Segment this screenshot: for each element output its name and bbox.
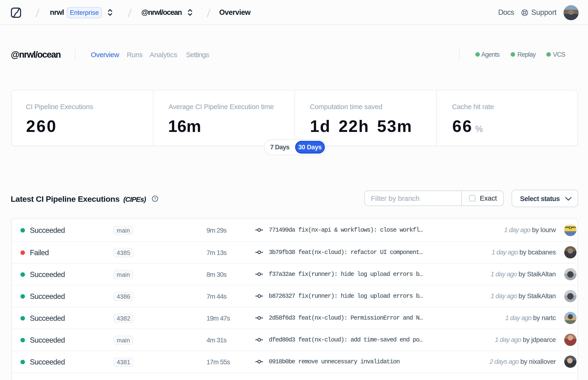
svg-text:?: ? [154,196,156,201]
